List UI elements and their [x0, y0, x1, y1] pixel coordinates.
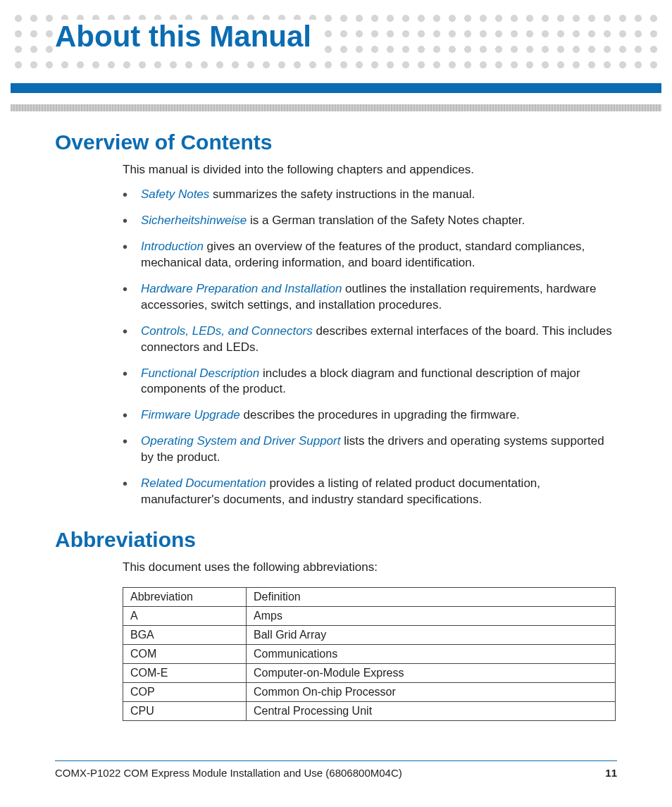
header-blue-bar [11, 83, 661, 93]
list-item-text: describes the procedures in upgrading th… [240, 408, 520, 421]
list-item: Firmware Upgrade describes the procedure… [123, 407, 617, 424]
abbr-cell: COM [123, 645, 247, 664]
table-header-definition: Definition [247, 588, 616, 607]
table-row: AAmps [123, 607, 616, 626]
chapter-link[interactable]: Operating System and Driver Support [141, 434, 340, 448]
abbreviations-intro: This document uses the following abbrevi… [123, 560, 617, 574]
table-header-abbreviation: Abbreviation [123, 588, 247, 607]
footer-doc-title: COMX-P1022 COM Express Module Installati… [55, 767, 402, 779]
list-item: Sicherheitshinweise is a German translat… [123, 213, 617, 229]
def-cell: Amps [247, 607, 616, 626]
def-cell: Communications [247, 645, 616, 664]
list-item: Functional Description includes a block … [123, 366, 617, 398]
table-row: COMCommunications [123, 645, 616, 664]
list-item-text: is a German translation of the Safety No… [247, 214, 525, 227]
chapter-link[interactable]: Controls, LEDs, and Connectors [141, 324, 313, 338]
list-item: Hardware Preparation and Installation ou… [123, 281, 617, 314]
def-cell: Computer-on-Module Express [247, 664, 616, 683]
chapter-link[interactable]: Sicherheitshinweise [141, 214, 247, 227]
overview-intro: This manual is divided into the followin… [123, 163, 617, 177]
chapter-link[interactable]: Introduction [141, 240, 204, 253]
table-row: COM-EComputer-on-Module Express [123, 664, 616, 683]
list-item: Safety Notes summarizes the safety instr… [123, 187, 617, 203]
list-item-text: summarizes the safety instructions in th… [209, 187, 475, 201]
overview-list: Safety Notes summarizes the safety instr… [123, 187, 617, 508]
def-cell: Ball Grid Array [247, 626, 616, 645]
page-footer: COMX-P1022 COM Express Module Installati… [55, 760, 617, 779]
section-heading-overview: Overview of Contents [55, 130, 617, 154]
section-heading-abbreviations: Abbreviations [55, 528, 617, 552]
table-row: BGABall Grid Array [123, 626, 616, 645]
def-cell: Central Processing Unit [247, 702, 616, 721]
chapter-link[interactable]: Functional Description [141, 366, 259, 380]
chapter-link[interactable]: Hardware Preparation and Installation [141, 282, 342, 295]
footer-rule [55, 760, 617, 761]
list-item: Operating System and Driver Support list… [123, 433, 617, 466]
list-item: Related Documentation provides a listing… [123, 476, 617, 508]
chapter-link[interactable]: Safety Notes [141, 187, 209, 201]
abbr-cell: COM-E [123, 664, 247, 683]
header-gray-bar [11, 104, 661, 111]
chapter-link[interactable]: Related Documentation [141, 476, 266, 490]
list-item: Introduction gives an overview of the fe… [123, 239, 617, 271]
list-item: Controls, LEDs, and Connectors describes… [123, 324, 617, 356]
abbr-cell: BGA [123, 626, 247, 645]
table-row: COPCommon On-chip Processor [123, 683, 616, 702]
table-header-row: Abbreviation Definition [123, 588, 616, 607]
abbr-cell: CPU [123, 702, 247, 721]
footer-page-number: 11 [605, 767, 617, 779]
chapter-link[interactable]: Firmware Upgrade [141, 408, 240, 421]
abbr-cell: COP [123, 683, 247, 702]
table-row: CPUCentral Processing Unit [123, 702, 616, 721]
abbr-cell: A [123, 607, 247, 626]
abbreviations-table: Abbreviation Definition AAmps BGABall Gr… [123, 587, 616, 721]
chapter-title: About this Manual [55, 20, 317, 54]
def-cell: Common On-chip Processor [247, 683, 616, 702]
list-item-text: gives an overview of the features of the… [141, 240, 585, 269]
